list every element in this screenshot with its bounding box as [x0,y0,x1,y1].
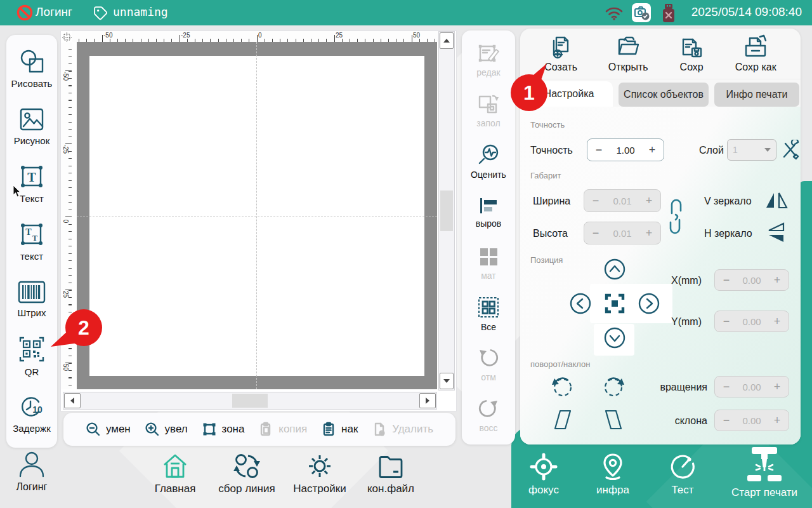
zoom-in-button[interactable]: увел [145,422,188,437]
nudge-left-button[interactable] [569,292,592,315]
width-increment[interactable]: + [644,194,654,208]
rotation-decrement[interactable]: − [721,380,731,394]
fill-icon [477,93,500,115]
barcode-icon [17,280,46,304]
qr-icon [18,335,46,363]
horizontal-scrollbar[interactable] [63,392,437,410]
properties-panel: Созать Открыть Сохр [520,29,801,444]
sidebar-item-draw[interactable]: Рисовать [6,40,57,98]
scroll-up-button[interactable] [440,32,454,49]
design-canvas[interactable]: -50 -25 0 25 50 -50 -25 0 25 50 [60,30,457,411]
tab-object-list[interactable]: Список объектов [619,83,709,107]
center-position-button[interactable] [603,292,626,315]
skew-decrement[interactable]: − [721,414,731,427]
start-print-button[interactable]: Старт печати [723,447,806,499]
save-button[interactable]: Сохр [679,34,704,73]
horizontal-scroll-thumb[interactable] [232,394,268,408]
nudge-down-button[interactable] [603,326,626,349]
image-icon [18,107,46,132]
canvas-toolbar: умен увел зона копия [63,413,455,446]
x-increment[interactable]: + [772,274,782,287]
nudge-right-button[interactable] [638,292,660,315]
align-button[interactable]: выров [462,187,515,237]
layer-select[interactable]: 1 [727,139,776,161]
width-label: Ширина [533,196,570,207]
height-stepper: − 0.01 + [584,222,661,244]
hmirror-button[interactable] [766,222,788,244]
sidebar-item-delay[interactable]: 10 Задержк [6,385,57,443]
machine-infra-button[interactable]: инфра [584,452,642,497]
svg-text:T: T [25,227,32,237]
work-area-page[interactable] [89,56,424,376]
rotate-cw-button[interactable] [601,375,625,399]
save-as-button[interactable]: Сохр как [735,34,776,73]
project-name[interactable]: unnaming [113,5,168,18]
nav-settings[interactable]: Настройки [288,452,351,495]
precision-value[interactable]: 1.00 [604,145,647,156]
zoom-in-icon [145,422,160,437]
file-actions-row: Созать Открыть Сохр [520,29,801,79]
undo-button[interactable]: отм [462,339,515,390]
y-increment[interactable]: + [772,315,782,328]
skew-right-button[interactable] [601,409,625,431]
scroll-left-button[interactable] [64,393,81,408]
camera-status-icon[interactable] [632,3,651,22]
precision-increment[interactable]: + [647,144,657,157]
gear-icon [306,452,334,480]
paste-button[interactable]: нак [321,422,358,437]
gauge-icon [668,452,697,481]
height-increment[interactable]: + [644,227,654,240]
dropdown-arrow-icon [764,148,771,152]
nudge-up-button[interactable] [603,258,626,281]
evaluate-button[interactable]: Оценить [462,136,515,187]
save-as-icon [742,34,769,60]
sidebar-item-text[interactable]: T Текст [6,155,57,213]
delete-button[interactable]: Удалить [372,422,433,437]
nav-assembly-line[interactable]: сбор линия [212,452,282,495]
top-bar: Логинг unnaming [0,0,812,25]
zoom-out-button[interactable]: умен [86,422,131,437]
rotate-ccw-button[interactable] [551,375,575,399]
skew-left-button[interactable] [551,409,575,431]
link-dimensions-button[interactable] [666,196,685,237]
rotation-value: 0.00 [731,382,772,392]
nav-config-file[interactable]: кон.файл [359,452,422,495]
x-position-stepper: − 0.00 + [714,269,789,291]
select-all-button[interactable]: Все [462,288,515,339]
step-badge-1: 1 [506,60,554,113]
scroll-right-button[interactable] [419,393,436,408]
tab-print-info[interactable]: Инфо печати [714,83,799,107]
precision-decrement[interactable]: − [594,144,604,157]
laser-head-icon [743,447,785,484]
vertical-scroll-thumb[interactable] [440,190,453,231]
login-status-label[interactable]: Логинг [36,5,72,19]
copy-button[interactable]: копия [258,422,307,437]
sidebar-login[interactable]: Логинг [8,450,56,493]
sidebar-item-text2[interactable]: T T текст [6,213,57,271]
sidebar-item-picture[interactable]: Рисунок [6,98,57,156]
user-icon [17,450,46,479]
open-button[interactable]: Открыть [608,34,648,73]
zone-button[interactable]: зона [202,422,245,437]
nav-home[interactable]: Главная [145,452,206,495]
rotation-label: вращения [647,382,707,393]
array-button[interactable]: мат [462,237,515,288]
focus-target-icon [529,452,558,481]
height-decrement[interactable]: − [591,227,601,240]
skew-increment[interactable]: + [772,414,782,427]
wifi-icon [605,6,624,21]
width-decrement[interactable]: − [591,194,601,208]
machine-test-button[interactable]: Тест [657,452,709,497]
section-precision: Точность [530,120,565,130]
machine-focus-button[interactable]: фокус [515,452,572,497]
layer-tools-button[interactable] [780,140,799,160]
scroll-down-button[interactable] [440,373,454,389]
svg-text:T: T [32,234,37,243]
vmirror-button[interactable] [765,190,788,211]
vertical-scrollbar[interactable] [438,31,455,391]
precision-stepper: − 1.00 + [587,138,664,161]
x-decrement[interactable]: − [721,274,731,287]
y-decrement[interactable]: − [721,315,731,328]
redo-button[interactable]: восс [462,390,515,441]
rotation-increment[interactable]: + [772,380,782,394]
